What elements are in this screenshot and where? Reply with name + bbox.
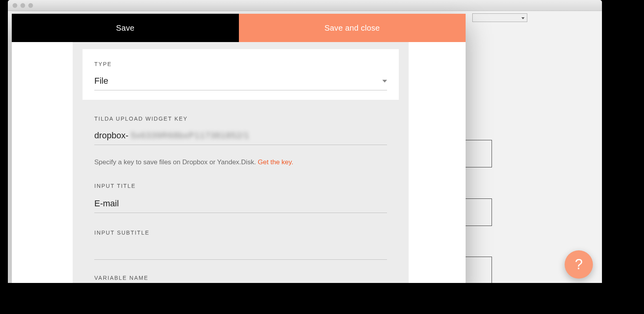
panel-body: TYPE File TILDA UPLOAD WIDGET KEY dropbo…	[12, 42, 466, 283]
chevron-down-icon	[382, 80, 387, 83]
save-and-close-button[interactable]: Save and close	[239, 14, 466, 42]
upload-key-label: TILDA UPLOAD WIDGET KEY	[94, 116, 387, 122]
app-window: Save Save and close TYPE File	[8, 0, 602, 283]
traffic-light-zoom-icon[interactable]	[28, 3, 33, 8]
left-gutter	[12, 42, 73, 283]
get-the-key-link[interactable]: Get the key.	[258, 158, 293, 166]
input-title-label: INPUT TITLE	[94, 183, 387, 189]
type-value: File	[94, 76, 108, 86]
type-card: TYPE File	[83, 49, 399, 100]
save-button[interactable]: Save	[12, 14, 239, 42]
upload-key-field: TILDA UPLOAD WIDGET KEY dropbox- 5x6339R…	[83, 116, 399, 166]
upload-key-helper: Specify a key to save files on Dropbox o…	[94, 158, 387, 166]
input-title-field: INPUT TITLE	[83, 183, 399, 213]
type-dropdown[interactable]: File	[94, 76, 387, 90]
window-body: Save Save and close TYPE File	[8, 11, 602, 283]
variable-name-label: VARIABLE NAME	[94, 275, 387, 281]
input-subtitle-label: INPUT SUBTITLE	[94, 230, 387, 236]
upload-key-prefix: dropbox-	[94, 130, 128, 141]
variable-name-field: VARIABLE NAME	[83, 275, 399, 281]
help-button[interactable]: ?	[565, 250, 593, 279]
upload-key-helper-text: Specify a key to save files on Dropbox o…	[94, 158, 258, 166]
right-gutter	[409, 42, 466, 283]
editor-panel: Save Save and close TYPE File	[12, 14, 466, 283]
traffic-light-close-icon[interactable]	[13, 3, 17, 8]
panel-header: Save Save and close	[12, 14, 466, 42]
input-subtitle-input[interactable]	[94, 244, 387, 260]
input-title-input[interactable]	[94, 198, 387, 213]
form-area: TYPE File TILDA UPLOAD WIDGET KEY dropbo…	[73, 42, 409, 283]
type-label: TYPE	[94, 61, 387, 67]
upload-key-masked: 5x6339R68bxP117381852/1	[131, 130, 250, 141]
upload-key-input[interactable]: dropbox- 5x6339R68bxP117381852/1	[94, 130, 387, 145]
background-select[interactable]	[472, 13, 527, 22]
traffic-light-minimize-icon[interactable]	[20, 3, 25, 8]
titlebar	[8, 0, 602, 11]
input-subtitle-field: INPUT SUBTITLE	[83, 230, 399, 260]
question-mark-icon: ?	[575, 256, 583, 273]
